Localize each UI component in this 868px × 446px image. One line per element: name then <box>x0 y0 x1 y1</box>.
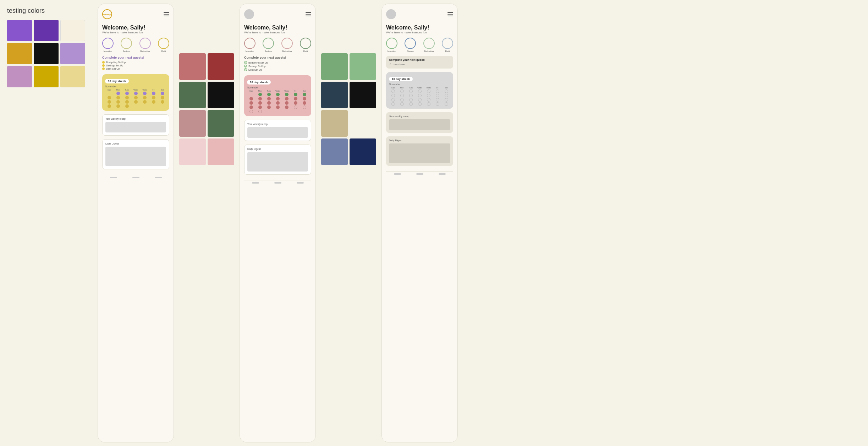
quest-item-1: Budgeting Set Up <box>102 61 169 64</box>
cal-day <box>116 92 120 95</box>
cal-day <box>152 104 155 108</box>
category-investing-2[interactable]: Investing <box>244 38 256 52</box>
swatch-p2-1 <box>179 53 206 80</box>
swatch-p3-5 <box>321 110 348 137</box>
nav-item-p3-1[interactable] <box>394 173 401 175</box>
quest-label-1: Budgeting Set Up <box>106 61 126 64</box>
phone3-header <box>386 9 453 19</box>
daily-digest-card-3: Daily Digest <box>386 136 453 166</box>
hamburger-menu-icon-2[interactable] <box>306 12 311 16</box>
swatch-6 <box>60 43 85 64</box>
phone1-header: manage <box>102 9 169 19</box>
category-budgeting[interactable]: Budgeting <box>139 38 151 52</box>
swatch-p2-3 <box>179 82 206 108</box>
calendar-grid: Sun Mon Tues Weds Thurs Fri Sat <box>105 89 166 108</box>
swatch-p3-2 <box>350 53 376 80</box>
cal-day <box>125 92 129 95</box>
category-row: Investing Savings Budgeting Debt <box>102 38 169 52</box>
cal-fri: Fri <box>149 89 158 91</box>
hamburger-menu-icon-3[interactable] <box>447 12 453 16</box>
cal-day <box>116 100 120 104</box>
recap-title-3: Your weekly recap <box>389 115 450 118</box>
quests-title-2: Complete your next quests! <box>244 56 311 59</box>
cal-day <box>108 92 111 95</box>
phone2-header <box>244 9 311 19</box>
avatar-icon-3 <box>386 9 396 19</box>
category-savings-3[interactable]: Saving <box>405 38 416 52</box>
cal-sat: Sat <box>158 89 166 91</box>
swatch-p2-2 <box>208 53 234 80</box>
category-investing-3[interactable]: Investing <box>386 38 397 52</box>
digest-title-3: Daily Digest <box>389 139 450 142</box>
category-savings[interactable]: Savings <box>121 38 132 52</box>
investing-label-3: Investing <box>388 50 396 52</box>
welcome-section: Welcome, Sally! We're here to make finan… <box>102 25 169 34</box>
nav-item-2[interactable] <box>132 177 139 178</box>
phone-mockup-1: manage Welcome, Sally! We're here to mak… <box>98 4 174 442</box>
cal-day <box>116 96 120 99</box>
category-debt-2[interactable]: Debt <box>300 38 311 52</box>
cal-sun: Sun <box>105 89 113 91</box>
category-debt-3[interactable]: Debt <box>442 38 453 52</box>
quest-card-3: Complete your next quest! ☆ Lorem Ipsum <box>386 56 453 69</box>
phone-mockup-3: Welcome, Sally! We're here to make finan… <box>381 4 458 442</box>
weekly-recap-card-2: Your weekly recap <box>244 120 311 141</box>
quest-label-p2-3: Debt Set Up <box>248 69 262 71</box>
quest-item-p2-3: Debt Set Up <box>244 68 311 71</box>
category-debt[interactable]: Debt <box>158 38 169 52</box>
quest-label-2: Savings Set Up <box>106 64 123 67</box>
nav-item-p2-2[interactable] <box>274 182 281 184</box>
cal-tues: Tues <box>123 89 131 91</box>
digest-title: Daily Digest <box>105 142 166 145</box>
cal-day <box>125 104 129 108</box>
category-investing[interactable]: Investing <box>102 38 114 52</box>
check-icon-2 <box>244 65 247 67</box>
swatch-2 <box>34 20 59 41</box>
quest-card-title: Complete your next quest! <box>389 58 450 61</box>
digest-title-2: Daily Digest <box>247 148 308 150</box>
svg-point-2 <box>245 69 247 71</box>
phone3-color-swatches <box>318 50 380 169</box>
daily-digest-card: Daily Digest <box>102 139 169 169</box>
welcome-title-3: Welcome, Sally! <box>386 25 453 31</box>
nav-item-p2-1[interactable] <box>252 182 259 184</box>
nav-item-3[interactable] <box>155 177 162 178</box>
category-budgeting-2[interactable]: Budgeting <box>281 38 293 52</box>
category-savings-2[interactable]: Savings <box>263 38 274 52</box>
streak-month-2: November <box>247 86 308 89</box>
recap-title-2: Your weekly recap <box>247 123 308 125</box>
cal-day <box>134 104 138 108</box>
welcome-subtitle: We're here to make finances fun <box>102 31 169 34</box>
savings-circle-3 <box>405 38 416 49</box>
welcome-section-2: Welcome, Sally! We're here to make finan… <box>244 25 311 34</box>
swatch-p2-6 <box>208 110 234 137</box>
swatch-p3-1 <box>321 53 348 80</box>
category-budgeting-3[interactable]: Budgeting <box>423 38 435 52</box>
daily-digest-card-2: Daily Digest <box>244 145 311 175</box>
swatch-p3-4 <box>350 82 376 108</box>
swatch-8 <box>34 66 59 87</box>
digest-content <box>105 147 166 166</box>
cal-day <box>108 104 111 108</box>
budgeting-label-3: Budgeting <box>424 50 434 52</box>
testing-colors-panel: testing colors <box>0 0 96 446</box>
logo-text: manage <box>103 13 112 16</box>
cal-day <box>143 104 147 108</box>
swatch-p2-8 <box>208 138 234 165</box>
swatch-3 <box>60 20 85 41</box>
welcome-subtitle-3: We're here to make finances fun <box>386 31 453 34</box>
nav-item-p3-2[interactable] <box>416 173 423 175</box>
welcome-subtitle-2: We're here to make finances fun <box>244 31 311 34</box>
nav-item-p3-3[interactable] <box>439 173 446 175</box>
hamburger-menu-icon[interactable] <box>164 12 169 16</box>
swatch-5 <box>34 43 59 64</box>
nav-item-1[interactable] <box>110 177 117 178</box>
phone-mockup-2: Welcome, Sally! We're here to make finan… <box>240 4 316 442</box>
savings-circle-2 <box>263 38 274 49</box>
investing-label: Investing <box>104 50 112 52</box>
testing-colors-label: testing colors <box>7 7 89 15</box>
nav-item-p2-3[interactable] <box>297 182 304 184</box>
investing-circle <box>102 38 114 49</box>
swatch-p2-5 <box>179 110 206 137</box>
debt-label: Debt <box>161 50 166 52</box>
